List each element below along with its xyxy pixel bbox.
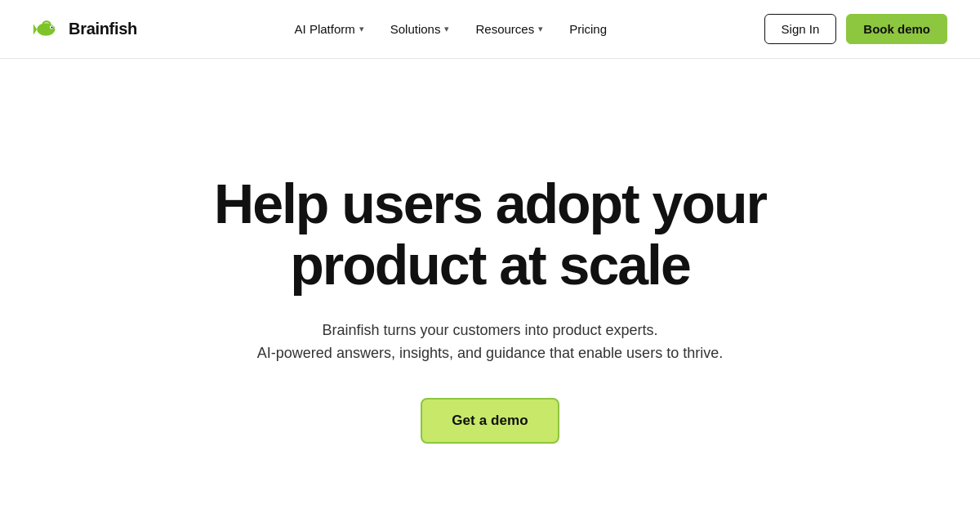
nav-solutions-chevron-icon: ▾ bbox=[444, 24, 449, 34]
sign-in-button[interactable]: Sign In bbox=[764, 14, 837, 44]
hero-title: Help users adopt your product at scale bbox=[196, 173, 784, 296]
nav-resources-label: Resources bbox=[475, 22, 534, 36]
svg-point-2 bbox=[51, 26, 53, 28]
hero-section: Help users adopt your product at scale B… bbox=[0, 59, 980, 509]
brainfish-fish-icon bbox=[33, 20, 62, 39]
nav-solutions-label: Solutions bbox=[390, 22, 441, 36]
brand-name[interactable]: Brainfish bbox=[69, 20, 137, 38]
get-demo-button[interactable]: Get a demo bbox=[421, 398, 559, 444]
book-demo-button[interactable]: Book demo bbox=[846, 14, 947, 44]
logo-area: Brainfish bbox=[33, 20, 137, 39]
nav-pricing-label: Pricing bbox=[569, 22, 607, 36]
nav-ai-platform-label: AI Platform bbox=[295, 22, 355, 36]
nav-actions: Sign In Book demo bbox=[764, 14, 947, 44]
nav-resources[interactable]: Resources ▾ bbox=[475, 22, 543, 36]
hero-subtitle-line2: AI-powered answers, insights, and guidan… bbox=[257, 345, 723, 361]
hero-subtitle-line1: Brainfish turns your customers into prod… bbox=[322, 322, 657, 338]
nav-ai-platform[interactable]: AI Platform ▾ bbox=[295, 22, 364, 36]
nav-pricing[interactable]: Pricing bbox=[569, 22, 607, 36]
nav-links: AI Platform ▾ Solutions ▾ Resources ▾ Pr… bbox=[295, 22, 607, 36]
nav-solutions[interactable]: Solutions ▾ bbox=[390, 22, 450, 36]
nav-resources-chevron-icon: ▾ bbox=[538, 24, 543, 34]
svg-point-0 bbox=[37, 23, 55, 35]
hero-subtitle: Brainfish turns your customers into prod… bbox=[257, 319, 723, 366]
nav-ai-platform-chevron-icon: ▾ bbox=[359, 24, 364, 34]
navbar: Brainfish AI Platform ▾ Solutions ▾ Reso… bbox=[0, 0, 980, 59]
logo-icon[interactable] bbox=[33, 20, 62, 39]
